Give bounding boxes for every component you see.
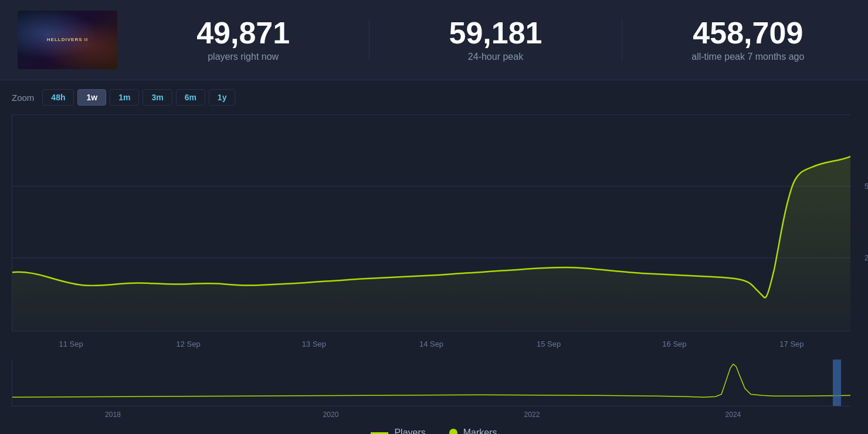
legend-players-line [371,432,388,434]
stat-alltime: 458,709 all-time peak 7 months ago [646,18,850,62]
x-label-13sep: 13 Sep [302,340,326,348]
alltime-label: all-time peak 7 months ago [691,52,804,62]
zoom-btn-3m[interactable]: 3m [143,89,172,106]
stat-divider-1 [369,19,369,60]
mini-chart-svg [12,360,850,406]
alltime-number: 458,709 [693,18,803,48]
mini-x-2024: 2024 [725,411,741,419]
grid-line-0 [12,331,850,331]
peak24-number: 59,181 [449,18,542,48]
zoom-controls: Zoom 48h 1w 1m 3m 6m 1y [12,89,856,106]
main-chart-svg [12,114,850,331]
current-players-label: players right now [208,52,279,62]
y-label-50k: 50k [864,181,868,190]
zoom-btn-1y[interactable]: 1y [209,89,236,106]
stat-peak24: 59,181 24-hour peak [393,18,598,62]
x-label-14sep: 14 Sep [419,340,443,348]
y-label-25k: 25k [864,253,868,262]
x-label-15sep: 15 Sep [537,340,561,348]
legend-markers-dot [449,429,457,434]
game-logo-text: HELLDIVERS II [47,37,88,43]
zoom-btn-1w[interactable]: 1w [77,89,106,106]
zoom-btn-1m[interactable]: 1m [110,89,139,106]
x-label-11sep: 11 Sep [59,340,83,348]
mini-x-2020: 2020 [323,411,339,419]
svg-rect-0 [833,360,841,406]
zoom-label: Zoom [12,93,34,103]
legend-players: Players [371,428,425,434]
legend-markers-label: Markers [463,428,497,434]
mini-x-2018: 2018 [105,411,121,419]
x-label-17sep: 17 Sep [779,340,803,348]
x-label-12sep: 12 Sep [176,340,200,348]
main-chart: 50k 25k 0 11 Sep 12 Sep 13 Sep 14 Sep 15… [12,114,850,331]
stat-current-players: 49,871 players right now [141,18,345,62]
x-label-16sep: 16 Sep [662,340,686,348]
zoom-btn-6m[interactable]: 6m [176,89,205,106]
stat-divider-2 [622,19,622,60]
mini-chart: 2018 2020 2022 2024 [12,360,850,406]
stats-header: HELLDIVERS II 49,871 players right now 5… [0,0,868,80]
peak24-label: 24-hour peak [468,52,523,62]
chart-section: Zoom 48h 1w 1m 3m 6m 1y 50k 25k 0 11 Sep… [0,80,868,434]
zoom-btn-48h[interactable]: 48h [42,89,74,106]
chart-legend: Players Markers [12,428,856,434]
current-players-number: 49,871 [196,18,290,48]
legend-markers: Markers [449,428,497,434]
legend-players-label: Players [394,428,425,434]
mini-x-2022: 2022 [524,411,540,419]
game-thumbnail: HELLDIVERS II [18,11,117,69]
